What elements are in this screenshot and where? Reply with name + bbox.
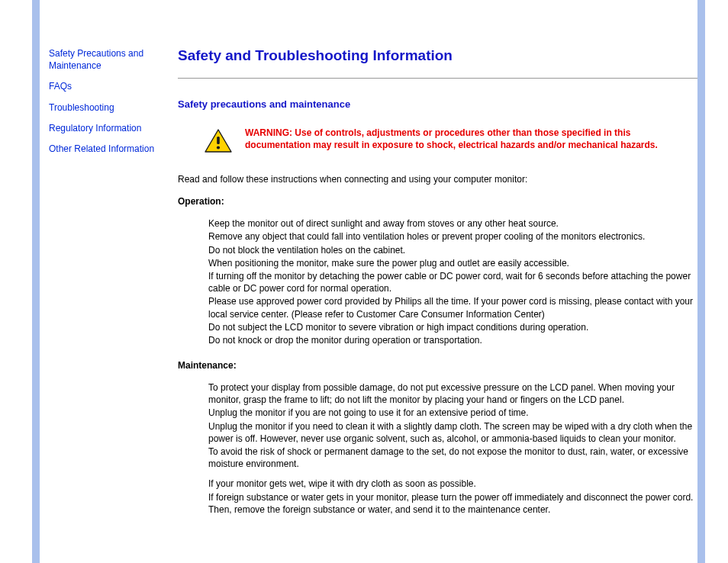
page-title: Safety and Troubleshooting Information [178,47,697,64]
list-item: To avoid the risk of shock or permanent … [208,446,697,470]
list-item: Do not subject the LCD monitor to severe… [208,321,697,333]
operation-heading: Operation: [178,196,697,207]
right-blue-bar [697,0,705,563]
nav-link-other[interactable]: Other Related Information [49,143,166,155]
maintenance-list: To protect your display from possible da… [178,381,697,516]
warning-text: WARNING: Use of controls, adjustments or… [245,127,697,151]
nav-link-safety[interactable]: Safety Precautions and Maintenance [49,47,166,72]
svg-rect-1 [217,137,220,144]
warning-block: WARNING: Use of controls, adjustments or… [178,127,697,156]
list-item: If turning off the monitor by detaching … [208,270,697,294]
section-heading: Safety precautions and maintenance [178,98,697,110]
nav-link-regulatory[interactable]: Regulatory Information [49,122,166,134]
list-item: When positioning the monitor, make sure … [208,257,697,269]
warning-icon [204,128,233,156]
list-item: Do not block the ventilation holes on th… [208,244,697,256]
page: Safety Precautions and Maintenance FAQs … [0,0,728,563]
sidebar-nav: Safety Precautions and Maintenance FAQs … [40,0,173,563]
maintenance-heading: Maintenance: [178,360,697,371]
svg-point-2 [217,146,220,149]
left-blue-bar [32,0,40,563]
operation-list: Keep the monitor out of direct sunlight … [178,217,697,346]
list-item: If your monitor gets wet, wipe it with d… [208,478,697,490]
main-content: Safety and Troubleshooting Information S… [173,0,728,563]
list-item: Remove any object that could fall into v… [208,230,697,243]
list-item: To protect your display from possible da… [208,381,697,406]
list-item: Please use approved power cord provided … [208,295,697,320]
intro-text: Read and follow these instructions when … [178,173,697,185]
title-divider [178,78,697,79]
list-item: Unplug the monitor if you are not going … [208,407,697,419]
list-item: Keep the monitor out of direct sunlight … [208,217,697,230]
nav-link-faqs[interactable]: FAQs [49,80,166,92]
list-item: Unplug the monitor if you need to clean … [208,420,697,445]
list-item: Do not knock or drop the monitor during … [208,334,697,346]
list-item: If foreign substance or water gets in yo… [208,491,697,516]
nav-link-troubleshooting[interactable]: Troubleshooting [49,101,166,114]
